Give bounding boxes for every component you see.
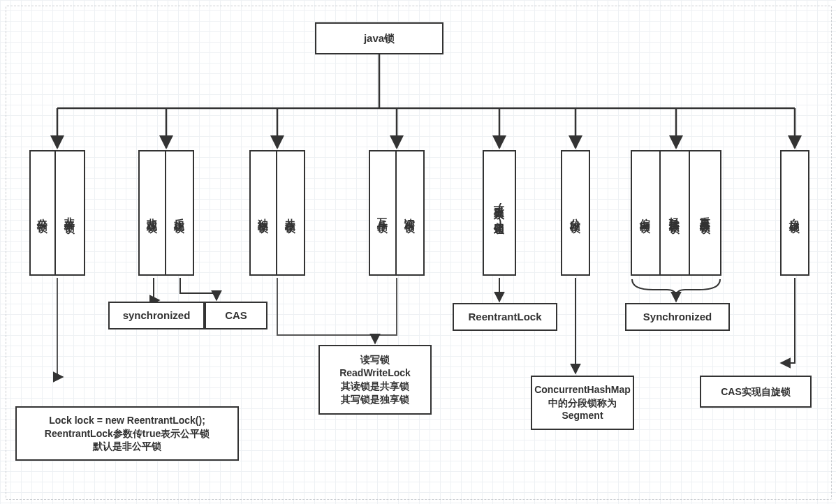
cell-fair-lock: 公平锁 <box>36 210 50 216</box>
note-spin: CAS实现自旋锁 <box>700 376 812 408</box>
group-fair: 公平锁 非公平锁 <box>29 150 85 276</box>
cell-mutex: 互斥锁 <box>376 210 390 216</box>
note-rwlock: 读写锁 ReadWriteLock 其读锁是共享锁 其写锁是独享锁 <box>318 345 432 415</box>
cell-shared: 共享锁 <box>284 210 298 216</box>
cell-exclusive: 独享锁 <box>256 210 270 216</box>
note-fair: Lock lock = new ReentrantLock(); Reentra… <box>15 406 239 461</box>
leaf-synchronized: synchronized <box>108 302 205 329</box>
note-segment: ConcurrentHashMap中的分段锁称为Segment <box>531 376 634 430</box>
cell-heavyweight: 重量级锁 <box>698 209 712 217</box>
group-reentrant: 可重入锁(递归锁) <box>483 150 516 276</box>
cell-optimistic: 乐观锁 <box>173 210 186 216</box>
cell-reentrant: 可重入锁(递归锁) <box>492 198 506 228</box>
cell-lightweight: 轻量级锁 <box>668 209 682 217</box>
root-node: java锁 <box>315 22 443 54</box>
leaf-reentrantlock: ReentrantLock <box>453 303 557 331</box>
group-share: 独享锁 共享锁 <box>249 150 305 276</box>
cell-biased: 偏向锁 <box>638 210 652 216</box>
cell-unfair-lock: 非公平锁 <box>63 209 77 217</box>
leaf-cas: CAS <box>205 302 267 329</box>
group-exclusive: 互斥锁 读写锁 <box>369 150 425 276</box>
cell-spin: 自旋锁 <box>788 210 802 216</box>
cell-pessimistic: 悲观锁 <box>145 210 159 216</box>
leaf-synchronized2: Synchronized <box>625 303 730 331</box>
group-bias: 偏向锁 轻量级锁 重量级锁 <box>631 150 721 276</box>
cell-segment: 分段锁 <box>569 210 582 216</box>
group-segment: 分段锁 <box>561 150 590 276</box>
group-optimism: 悲观锁 乐观锁 <box>138 150 194 276</box>
cell-readwrite: 读写锁 <box>403 210 417 216</box>
group-spin: 自旋锁 <box>780 150 809 276</box>
